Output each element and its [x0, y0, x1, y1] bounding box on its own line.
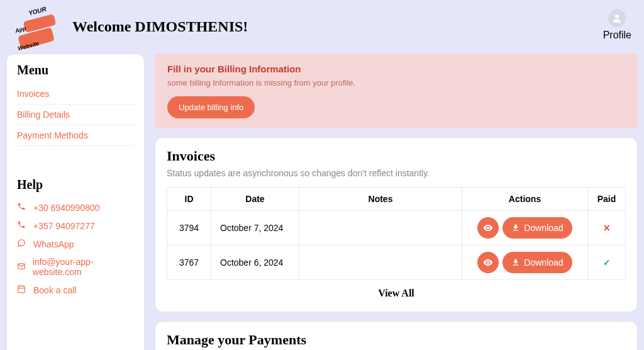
view-invoice-button[interactable]: [477, 217, 499, 239]
cell-notes: [299, 211, 462, 246]
logo-text-app: App: [14, 25, 26, 34]
cell-id: 3767: [167, 246, 211, 280]
calendar-icon: [17, 285, 27, 295]
help-book-call[interactable]: Book a call: [17, 281, 134, 299]
col-paid: Paid: [588, 188, 626, 211]
cell-date: October 6, 2024: [211, 246, 299, 280]
help-label: +357 94097277: [33, 221, 95, 231]
phone-icon: [17, 220, 27, 231]
header: YOUR App Website Welcome DIMOSTHENIS! Pr…: [0, 0, 644, 54]
view-invoice-button[interactable]: [477, 252, 499, 273]
col-notes: Notes: [299, 188, 462, 211]
table-row: 3767 October 6, 2024 Download: [167, 246, 626, 280]
whatsapp-icon: [17, 239, 27, 249]
payments-card: Manage your Payments: [155, 321, 638, 350]
check-icon: ✓: [603, 257, 611, 268]
cell-id: 3794: [167, 211, 211, 246]
download-icon: [511, 223, 520, 232]
sidebar: Menu Invoices Billing Details Payment Me…: [6, 54, 145, 350]
content-area: Fill in your Billing Information some bi…: [155, 54, 638, 350]
payments-title: Manage your Payments: [167, 332, 626, 348]
sidebar-item-invoices[interactable]: Invoices: [17, 84, 134, 104]
download-invoice-button[interactable]: Download: [502, 252, 572, 273]
invoices-table: ID Date Notes Actions Paid 3794 October …: [167, 187, 626, 280]
billing-alert: Fill in your Billing Information some bi…: [155, 54, 638, 128]
col-date: Date: [211, 188, 299, 211]
help-whatsapp[interactable]: WhatsApp: [17, 235, 134, 253]
help-title: Help: [17, 178, 134, 192]
help-phone-gr[interactable]: +30 6940990800: [17, 198, 134, 217]
svg-point-0: [615, 14, 619, 18]
col-id: ID: [167, 188, 211, 211]
invoices-subtitle: Status updates are asynchronous so chang…: [167, 168, 626, 178]
download-label: Download: [524, 223, 563, 233]
alert-title: Fill in your Billing Information: [167, 64, 625, 74]
cell-actions: Download: [462, 211, 588, 246]
help-email[interactable]: info@your-app-website.com: [17, 253, 134, 281]
alert-text: some billing Information is missing from…: [167, 78, 625, 88]
svg-rect-2: [18, 286, 25, 293]
view-all-link[interactable]: View All: [167, 280, 626, 302]
sidebar-item-payment-methods[interactable]: Payment Methods: [17, 125, 134, 146]
welcome-heading: Welcome DIMOSTHENIS!: [72, 18, 248, 35]
help-label: Book a call: [33, 285, 76, 295]
cell-paid: ✓: [588, 246, 626, 280]
profile-menu[interactable]: Profile: [603, 9, 631, 41]
user-avatar-icon: [608, 9, 626, 27]
invoices-title: Invoices: [167, 148, 626, 164]
eye-icon: [483, 223, 493, 233]
cell-paid: ✕: [588, 211, 626, 246]
x-icon: ✕: [603, 223, 611, 233]
help-label: +30 6940990800: [33, 203, 100, 213]
logo-text-your: YOUR: [28, 5, 47, 16]
update-billing-button[interactable]: Update billing info: [167, 96, 255, 118]
cell-date: October 7, 2024: [211, 211, 299, 246]
download-invoice-button[interactable]: Download: [502, 217, 572, 239]
help-label: WhatsApp: [33, 239, 74, 249]
cell-actions: Download: [462, 246, 588, 280]
download-label: Download: [524, 257, 563, 268]
cell-notes: [299, 246, 462, 280]
table-row: 3794 October 7, 2024 Download: [167, 211, 626, 246]
profile-label: Profile: [603, 30, 631, 41]
invoices-card: Invoices Status updates are asynchronous…: [155, 137, 638, 312]
download-icon: [511, 258, 520, 267]
mail-icon: [17, 262, 26, 273]
eye-icon: [483, 257, 493, 268]
logo[interactable]: YOUR App Website: [13, 6, 57, 47]
help-label: info@your-app-website.com: [33, 257, 134, 277]
col-actions: Actions: [462, 188, 588, 211]
menu-title: Menu: [17, 63, 134, 77]
sidebar-item-billing-details[interactable]: Billing Details: [17, 104, 134, 125]
phone-icon: [17, 202, 27, 213]
help-phone-cy[interactable]: +357 94097277: [17, 217, 134, 235]
